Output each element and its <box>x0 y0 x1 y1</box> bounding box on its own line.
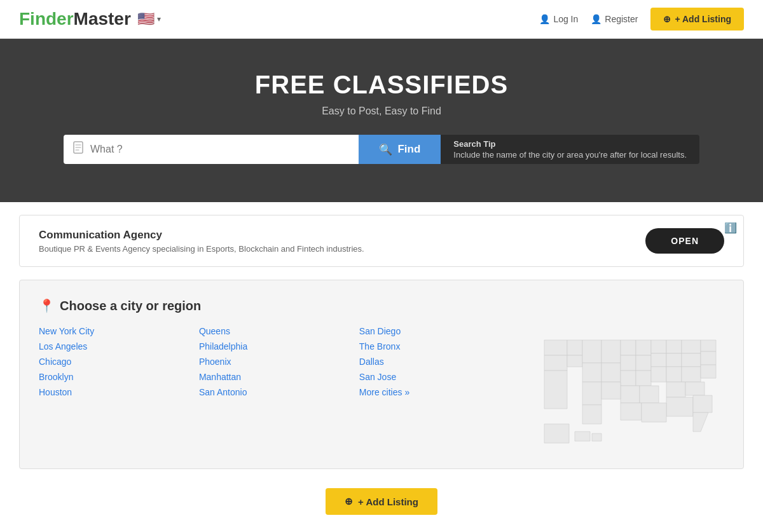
header-left: FinderMaster 🇺🇸 ▾ <box>19 9 161 29</box>
city-link-manhattan[interactable]: Manhattan <box>199 372 359 382</box>
svg-marker-17 <box>651 353 666 367</box>
search-tip: Search Tip Include the name of the city … <box>441 135 699 164</box>
svg-marker-26 <box>701 365 716 378</box>
svg-marker-14 <box>636 371 651 386</box>
chevron-down-icon: ▾ <box>157 15 161 24</box>
svg-marker-23 <box>682 353 701 367</box>
svg-marker-16 <box>666 340 682 353</box>
open-button[interactable]: OPEN <box>645 228 724 254</box>
find-label: Find <box>397 143 420 156</box>
svg-marker-13 <box>621 371 636 386</box>
svg-marker-1 <box>544 340 567 355</box>
cities-layout: New York City Los Angeles Chicago Brookl… <box>39 326 724 456</box>
city-link-the-bronx[interactable]: The Bronx <box>359 341 519 351</box>
logo[interactable]: FinderMaster <box>19 9 131 29</box>
search-tip-title: Search Tip <box>453 139 687 149</box>
svg-marker-29 <box>666 397 693 416</box>
svg-marker-40 <box>544 424 569 443</box>
svg-marker-21 <box>682 340 701 353</box>
city-link-phoenix[interactable]: Phoenix <box>199 357 359 367</box>
ad-text: Communication Agency Boutique PR & Event… <box>39 229 364 254</box>
find-button[interactable]: 🔍 Find <box>359 135 441 164</box>
svg-marker-19 <box>651 367 666 382</box>
register-link[interactable]: 👤 Register <box>591 14 638 24</box>
us-map: .state { fill: #e8e8e8; stroke: #ccc; st… <box>533 332 724 449</box>
plus-circle-icon: ⊕ <box>345 496 353 507</box>
info-icon[interactable]: ℹ️ <box>724 222 737 234</box>
add-listing-bottom-label: + Add Listing <box>358 496 418 507</box>
svg-marker-30 <box>693 395 712 413</box>
svg-marker-11 <box>621 355 636 371</box>
location-pin-icon: 📍 <box>39 298 55 313</box>
header-right: 👤 Log In 👤 Register ⊕ + Add Listing <box>539 8 744 31</box>
city-link-brooklyn[interactable]: Brooklyn <box>39 372 199 382</box>
city-link-philadelphia[interactable]: Philadelphia <box>199 341 359 351</box>
svg-marker-42 <box>592 433 601 441</box>
city-link-los-angeles[interactable]: Los Angeles <box>39 341 199 351</box>
ad-title: Communication Agency <box>39 229 364 242</box>
city-link-dallas[interactable]: Dallas <box>359 357 519 367</box>
add-listing-button[interactable]: ⊕ + Add Listing <box>650 8 744 31</box>
search-document-icon <box>72 141 85 158</box>
add-listing-bottom-button[interactable]: ⊕ + Add Listing <box>326 488 437 515</box>
city-link-san-antonio[interactable]: San Antonio <box>199 387 359 397</box>
city-link-chicago[interactable]: Chicago <box>39 357 199 367</box>
svg-marker-25 <box>682 367 701 382</box>
svg-marker-18 <box>666 353 682 367</box>
cities-col-2: Queens Philadelphia Phoenix Manhattan Sa… <box>199 326 359 456</box>
city-link-houston[interactable]: Houston <box>39 387 199 397</box>
search-input-wrapper <box>64 135 359 164</box>
language-selector[interactable]: 🇺🇸 ▾ <box>137 11 161 27</box>
logo-master: Master <box>74 9 131 29</box>
search-tip-text: Include the name of the city or area you… <box>453 150 687 160</box>
svg-marker-33 <box>621 403 642 420</box>
us-map-container: .state { fill: #e8e8e8; stroke: #ccc; st… <box>519 326 724 456</box>
svg-marker-41 <box>575 432 590 441</box>
svg-marker-28 <box>685 382 705 395</box>
svg-marker-3 <box>544 355 567 371</box>
user-icon: 👤 <box>539 14 550 24</box>
more-cities-link[interactable]: More cities » <box>359 387 519 397</box>
svg-marker-15 <box>651 340 666 353</box>
city-section-title: Choose a city or region <box>60 299 201 313</box>
city-link-san-diego[interactable]: San Diego <box>359 326 519 336</box>
svg-marker-22 <box>701 340 716 351</box>
hero-section: FREE CLASSIFIEDS Easy to Post, Easy to F… <box>0 39 763 202</box>
flag-icon: 🇺🇸 <box>137 11 155 27</box>
hero-title: FREE CLASSIFIEDS <box>13 71 750 99</box>
register-label: Register <box>605 14 638 24</box>
logo-finder: Finder <box>19 9 74 29</box>
svg-marker-27 <box>666 382 685 397</box>
register-icon: 👤 <box>591 14 601 24</box>
plus-icon: ⊕ <box>663 14 671 24</box>
svg-marker-9 <box>621 340 636 355</box>
city-section: 📍 Choose a city or region New York City … <box>19 280 744 469</box>
svg-marker-2 <box>567 340 582 355</box>
svg-marker-10 <box>636 340 651 355</box>
svg-marker-34 <box>642 403 666 422</box>
search-input[interactable] <box>90 135 350 164</box>
svg-marker-6 <box>601 340 621 363</box>
svg-marker-32 <box>640 386 659 403</box>
add-listing-label: + Add Listing <box>675 14 731 24</box>
svg-marker-20 <box>666 367 682 382</box>
svg-marker-8 <box>601 363 621 382</box>
search-bar: 🔍 Find Search Tip Include the name of th… <box>64 135 699 164</box>
svg-marker-38 <box>544 371 567 409</box>
svg-marker-4 <box>567 355 582 367</box>
svg-marker-24 <box>701 351 716 365</box>
svg-marker-31 <box>621 386 640 403</box>
svg-marker-35 <box>582 382 601 405</box>
svg-marker-7 <box>582 363 601 382</box>
svg-marker-12 <box>636 355 651 371</box>
magnifier-icon: 🔍 <box>379 143 392 156</box>
ad-banner: ℹ️ Communication Agency Boutique PR & Ev… <box>19 215 744 267</box>
city-link-san-jose[interactable]: San Jose <box>359 372 519 382</box>
cities-col-1: New York City Los Angeles Chicago Brookl… <box>39 326 199 456</box>
login-link[interactable]: 👤 Log In <box>539 14 578 24</box>
login-label: Log In <box>553 14 578 24</box>
svg-marker-37 <box>582 405 601 424</box>
city-link-new-york[interactable]: New York City <box>39 326 199 336</box>
city-link-queens[interactable]: Queens <box>199 326 359 336</box>
cities-col-3: San Diego The Bronx Dallas San Jose More… <box>359 326 519 456</box>
